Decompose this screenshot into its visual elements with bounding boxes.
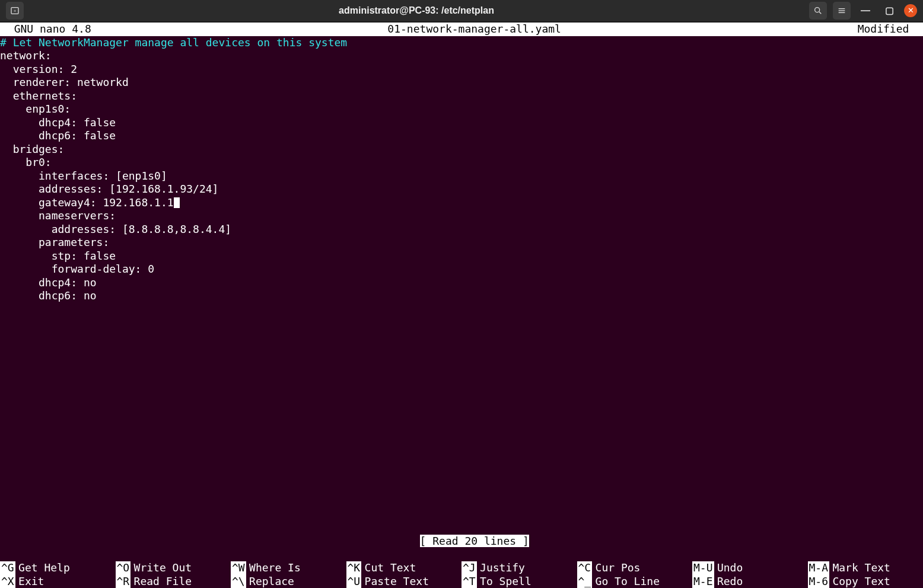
nano-modified-flag: Modified (858, 23, 922, 36)
shortcut-key: ^X (0, 575, 15, 589)
file-line[interactable]: version: 2 (0, 63, 923, 76)
shortcut-item: M-ERedo (692, 575, 808, 589)
shortcut-key: ^K (346, 561, 362, 575)
shortcut-label: Write Out (134, 561, 192, 575)
file-line[interactable]: dhcp4: no (0, 276, 923, 290)
shortcut-key: M-E (692, 575, 714, 589)
file-line[interactable]: gateway4: 192.168.1.1 (0, 196, 923, 210)
file-line[interactable]: bridges: (0, 143, 923, 156)
shortcut-item: M-UUndo (692, 561, 808, 575)
svg-point-2 (815, 8, 820, 12)
shortcut-item: ^GGet Help (0, 561, 116, 575)
file-line[interactable]: interfaces: [enp1s0] (0, 170, 923, 183)
shortcut-label: Exit (18, 575, 44, 589)
file-line[interactable]: network: (0, 49, 923, 63)
shortcut-key: ^W (231, 561, 246, 575)
shortcut-label: Paste Text (365, 575, 429, 589)
shortcut-item: ^\Replace (231, 575, 346, 589)
file-line[interactable]: ethernets: (0, 90, 923, 103)
shortcut-key: M-A (808, 561, 830, 575)
terminal-area[interactable]: GNU nano 4.8 01-network-manager-all.yaml… (0, 23, 923, 588)
status-text: [ Read 20 lines ] (420, 535, 529, 547)
shortcut-item: ^KCut Text (346, 561, 462, 575)
shortcut-item: ^OWrite Out (116, 561, 231, 575)
shortcut-item: ^RRead File (116, 575, 231, 589)
shortcut-label: Undo (717, 561, 743, 575)
shortcut-label: Replace (249, 575, 294, 589)
nano-header-bar: GNU nano 4.8 01-network-manager-all.yaml… (0, 23, 923, 36)
shortcut-key: M-U (692, 561, 714, 575)
nano-status-line: [ Read 20 lines ] (0, 522, 923, 562)
shortcut-key: ^\ (231, 575, 246, 589)
terminal-tab-icon: + (10, 6, 20, 15)
minimize-button[interactable]: — (857, 2, 874, 20)
new-tab-button[interactable]: + (6, 2, 24, 20)
file-line[interactable]: dhcp6: no (0, 289, 923, 303)
shortcut-label: Mark Text (832, 561, 890, 575)
shortcut-item: ^WWhere Is (231, 561, 346, 575)
file-content[interactable]: # Let NetworkManager manage all devices … (0, 36, 923, 522)
shortcut-label: Get Help (18, 561, 70, 575)
nano-shortcut-bar: ^GGet Help^OWrite Out^WWhere Is^KCut Tex… (0, 561, 923, 588)
file-line[interactable]: forward-delay: 0 (0, 263, 923, 276)
titlebar-right-group: — ▢ ✕ (809, 2, 917, 20)
maximize-icon: ▢ (885, 4, 894, 18)
shortcut-label: Cur Pos (596, 561, 641, 575)
maximize-button[interactable]: ▢ (880, 2, 898, 20)
shortcut-label: Copy Text (832, 575, 890, 589)
nano-filename: 01-network-manager-all.yaml (91, 23, 858, 36)
file-line[interactable]: enp1s0: (0, 103, 923, 116)
shortcut-key: ^_ (577, 575, 593, 589)
shortcut-item: ^XExit (0, 575, 116, 589)
shortcut-key: ^T (462, 575, 477, 589)
file-line[interactable]: # Let NetworkManager manage all devices … (0, 36, 923, 50)
shortcut-item: ^CCur Pos (577, 561, 693, 575)
shortcut-item: M-AMark Text (808, 561, 924, 575)
shortcut-label: Read File (134, 575, 192, 589)
file-line[interactable]: dhcp6: false (0, 129, 923, 143)
shortcut-item: ^TTo Spell (462, 575, 577, 589)
shortcut-key: ^G (0, 561, 15, 575)
shortcut-item: ^JJustify (462, 561, 577, 575)
search-icon (813, 6, 823, 15)
shortcut-key: M-6 (808, 575, 830, 589)
minimize-icon: — (861, 4, 870, 18)
shortcut-label: Justify (480, 561, 525, 575)
shortcut-key: ^U (346, 575, 362, 589)
file-line[interactable]: parameters: (0, 236, 923, 250)
menu-button[interactable] (833, 2, 851, 20)
shortcut-key: ^R (116, 575, 131, 589)
close-icon: ✕ (908, 4, 914, 18)
shortcut-label: To Spell (480, 575, 531, 589)
shortcut-label: Redo (717, 575, 743, 589)
shortcut-item: ^_Go To Line (577, 575, 693, 589)
nano-version: GNU nano 4.8 (1, 23, 91, 36)
shortcut-label: Cut Text (365, 561, 416, 575)
file-line[interactable]: nameservers: (0, 209, 923, 223)
file-line[interactable]: stp: false (0, 250, 923, 263)
shortcut-key: ^J (462, 561, 477, 575)
file-line[interactable]: addresses: [8.8.8.8,8.8.4.4] (0, 223, 923, 237)
svg-line-3 (819, 12, 821, 14)
shortcut-label: Go To Line (596, 575, 660, 589)
close-button[interactable]: ✕ (904, 4, 917, 17)
titlebar-left-group: + (6, 2, 24, 20)
window-titlebar: + administrator@PC-93: /etc/netplan — ▢ … (0, 0, 923, 23)
hamburger-icon (837, 6, 846, 15)
shortcut-label: Where Is (249, 561, 301, 575)
window-title: administrator@PC-93: /etc/netplan (24, 4, 809, 18)
file-line[interactable]: dhcp4: false (0, 116, 923, 130)
file-line[interactable]: br0: (0, 156, 923, 170)
file-line[interactable]: addresses: [192.168.1.93/24] (0, 183, 923, 196)
shortcut-key: ^C (577, 561, 593, 575)
shortcut-item: M-6Copy Text (808, 575, 924, 589)
svg-text:+: + (14, 8, 17, 14)
shortcut-item: ^UPaste Text (346, 575, 462, 589)
text-cursor (174, 197, 180, 208)
search-button[interactable] (809, 2, 827, 20)
file-line[interactable]: renderer: networkd (0, 76, 923, 90)
shortcut-key: ^O (116, 561, 131, 575)
